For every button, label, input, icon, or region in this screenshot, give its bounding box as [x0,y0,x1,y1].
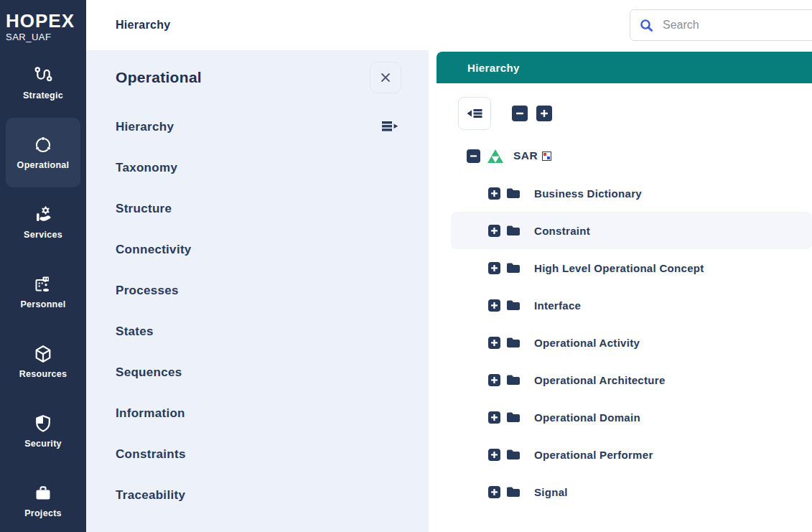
hand-gear-icon [32,205,54,225]
search-icon [639,18,654,33]
tree-node-label[interactable]: Operational Activity [534,337,640,349]
expand-node-icon[interactable] [488,225,500,237]
tree-node-operational-activity[interactable]: Operational Activity [451,324,812,361]
tree-node-interface[interactable]: Interface [451,286,812,324]
expand-node-icon[interactable] [488,449,500,461]
menu-item-taxonomy[interactable]: Taxonomy [86,147,429,188]
expand-node-icon[interactable] [488,337,500,349]
tree-node-label[interactable]: Constraint [534,225,590,237]
tree-node-label[interactable]: High Level Operational Concept [534,262,704,274]
sidebar-nav: Strategic [0,48,86,532]
expand-node-icon[interactable] [488,299,500,312]
sidebar-item-label: Operational [17,160,70,170]
menu-item-label: Processes [116,284,179,298]
route-icon [32,65,54,85]
folder-icon [505,373,521,386]
close-icon [378,70,393,85]
minus-icon [515,109,524,118]
expand-node-icon[interactable] [488,187,500,200]
folder-icon [505,448,521,461]
folder-icon [505,485,521,498]
menu-item-traceability[interactable]: Traceability [86,475,429,515]
content-area: Operational Hierarchy [86,50,812,532]
folder-icon [505,187,521,200]
tree-node-label[interactable]: Operational Architecture [534,374,666,386]
expand-all-button[interactable] [536,106,552,121]
logo-subtitle: SAR_UAF [6,32,80,42]
tree-node-operational-domain[interactable]: Operational Domain [451,398,812,436]
operational-menu-panel: Operational Hierarchy [86,50,429,532]
model-status-badge-icon [542,151,551,161]
panel-gap [429,50,437,532]
global-search[interactable] [630,9,812,41]
cycle-icon [32,135,54,155]
folder-icon [505,224,521,237]
sidebar-item-label: Resources [19,369,67,379]
menu-item-label: Connectivity [116,243,192,257]
app-root: HOPEX SAR_UAF Strategic [0,0,812,532]
folder-icon [505,336,521,349]
sidebar-item-personnel[interactable]: Personnel [6,257,80,327]
sidebar-item-security[interactable]: Security [6,396,80,466]
open-list-icon[interactable] [381,119,400,135]
tree-node-label[interactable]: Signal [534,486,568,498]
menu-item-label: Traceability [116,488,185,503]
hierarchy-panel-header: Hierarchy [437,52,812,83]
tree-node-business-dictionary[interactable]: Business Dictionary [451,174,812,212]
tree-node-high-level-operational-concept[interactable]: High Level Operational Concept [451,249,812,286]
logo-title: HOPEX [6,11,80,31]
menu-item-sequences[interactable]: Sequences [86,352,429,393]
collapse-tree-button[interactable] [458,97,491,130]
menu-item-connectivity[interactable]: Connectivity [86,229,429,270]
search-input[interactable] [661,18,812,32]
menu-item-states[interactable]: States [86,311,429,352]
expand-node-icon[interactable] [488,486,500,498]
sidebar-item-label: Services [24,230,62,240]
sidebar-item-services[interactable]: Services [6,187,80,257]
building-person-icon [32,274,54,294]
collapse-tree-icon [465,104,484,123]
collapse-all-button[interactable] [512,106,528,121]
sidebar-item-strategic[interactable]: Strategic [6,48,80,118]
tree-node-label[interactable]: Operational Performer [534,449,653,461]
briefcase-icon [32,483,54,503]
menu-panel-title: Operational [116,69,202,86]
sidebar-item-label: Security [24,439,62,449]
menu-item-label: Hierarchy [116,120,174,134]
tree-node-constraint[interactable]: Constraint [451,212,812,249]
expand-node-icon[interactable] [488,411,500,424]
tree-node-label[interactable]: Interface [534,299,581,312]
sidebar-item-projects[interactable]: Projects [6,466,80,532]
menu-item-information[interactable]: Information [86,393,429,434]
menu-item-structure[interactable]: Structure [86,188,429,229]
tree-node-operational-architecture[interactable]: Operational Architecture [451,361,812,398]
menu-item-hierarchy[interactable]: Hierarchy [86,106,429,147]
expand-node-icon[interactable] [488,262,500,274]
shield-icon [32,414,54,434]
tree-node-label[interactable]: Business Dictionary [534,187,642,200]
sidebar-item-resources[interactable]: Resources [6,327,80,396]
page-title: Hierarchy [86,19,171,32]
tree-root-row[interactable]: SAR [451,137,812,174]
menu-item-label: Sequences [116,365,182,380]
tree-root-label[interactable]: SAR [513,149,538,162]
menu-item-processes[interactable]: Processes [86,270,429,311]
tree-node-label[interactable]: Operational Domain [534,411,640,424]
close-panel-button[interactable] [370,62,401,93]
collapse-node-icon[interactable] [467,149,480,163]
hierarchy-tree: SAR Business Dictionary [437,137,812,510]
sidebar: HOPEX SAR_UAF Strategic [0,0,86,532]
cube-icon [32,344,54,364]
menu-item-constraints[interactable]: Constraints [86,434,429,475]
hierarchy-panel-title: Hierarchy [467,62,520,74]
tree-node-operational-performer[interactable]: Operational Performer [451,436,812,473]
sidebar-item-operational[interactable]: Operational [6,118,80,187]
tree-node-signal[interactable]: Signal [451,473,812,510]
folder-icon [505,411,521,424]
hierarchy-panel: Hierarchy [437,52,812,532]
folder-icon [505,299,521,312]
menu-item-label: Taxonomy [116,161,177,175]
model-triangle-icon [487,149,503,163]
expand-node-icon[interactable] [488,374,500,386]
menu-panel-header: Operational [86,62,429,93]
